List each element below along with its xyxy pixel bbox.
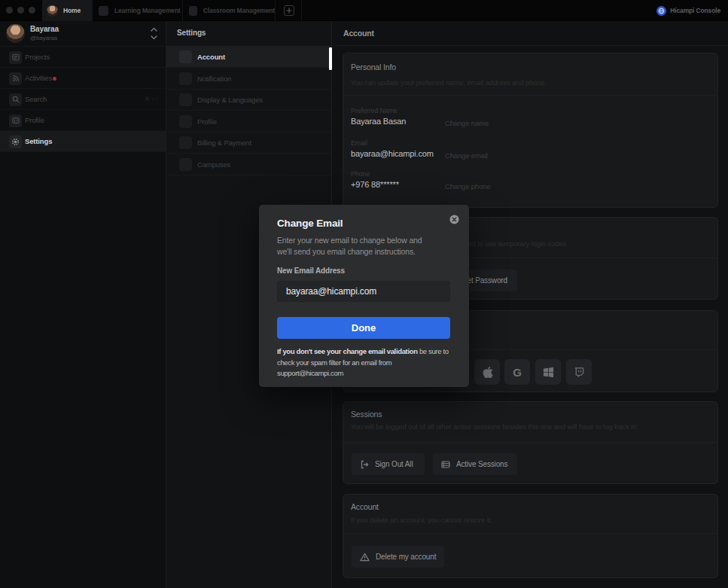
field-label: Preferred Name [351, 107, 398, 114]
sidebar-item-settings[interactable]: Settings [0, 131, 166, 152]
topbar: Home Learning Management Classroom Manag… [0, 0, 728, 21]
personal-info-card: Personal Info You can update your prefer… [343, 53, 718, 208]
settings-nav-label: Profile [197, 117, 217, 126]
settings-nav-label: Notification [197, 75, 231, 83]
sidebar-item-label: Search [25, 95, 47, 103]
settings-nav-title: Settings [177, 29, 206, 37]
settings-nav-profile[interactable]: Profile [166, 111, 331, 133]
divider [343, 95, 717, 96]
learning-management-icon [99, 6, 108, 16]
sidebar-item-label: Settings [25, 137, 52, 145]
apple-icon[interactable] [474, 359, 500, 385]
window-control-dot[interactable] [29, 7, 35, 14]
settings-nav-billing-payment[interactable]: Billing & Payment [166, 132, 331, 154]
activities-rss-icon [9, 72, 22, 85]
divider [343, 442, 717, 443]
user-handle: @bayaraa [30, 35, 57, 41]
app-window: Home Learning Management Classroom Manag… [0, 0, 728, 588]
settings-nav-notification[interactable]: Notification [166, 68, 331, 90]
sidebar-item-label: Activities [25, 74, 52, 82]
console-menu[interactable]: Hicampi Console [656, 0, 720, 21]
sidebar: Bayaraa @bayaraa Projects Activities Sea… [0, 21, 166, 588]
sessions-list-icon [441, 460, 450, 469]
settings-nav-label: Account [197, 53, 225, 61]
field-label: Phone [351, 170, 370, 178]
modal-note: If you don't see your change email valid… [277, 346, 459, 379]
modal-description: Enter your new email to change below and… [277, 235, 431, 257]
modal-title: Change Email [277, 218, 343, 229]
hicampi-logo-icon [656, 6, 666, 16]
divider [343, 533, 717, 534]
settings-nav-account[interactable]: Account [166, 46, 331, 68]
chevron-updown-icon[interactable] [150, 26, 158, 44]
done-button[interactable]: Done [277, 317, 450, 339]
profile-nav-icon [179, 115, 192, 128]
close-icon[interactable] [449, 214, 459, 224]
sidebar-item-search[interactable]: Search ⌘ + / [0, 89, 166, 110]
modal-note-bold: If you don't see your change email valid… [277, 347, 418, 355]
sidebar-item-label: Projects [25, 53, 50, 61]
tab-label: Classroom Management [203, 7, 275, 14]
tab-label: Learning Management [114, 7, 180, 14]
classroom-management-icon [189, 6, 197, 16]
twitch-icon[interactable] [566, 359, 592, 385]
notification-nav-icon [179, 72, 192, 85]
change-name-link[interactable]: Change name [445, 119, 489, 127]
email-value: bayaraa@hicampi.com [351, 149, 434, 158]
user-name: Bayaraa [30, 25, 59, 33]
tab-learning-management[interactable]: Learning Management [92, 0, 182, 21]
gear-icon [9, 136, 22, 148]
window-control-dot[interactable] [17, 7, 24, 14]
settings-nav-label: Billing & Payment [197, 139, 251, 147]
sidebar-item-label: Profile [25, 116, 44, 124]
plus-icon [286, 8, 292, 14]
tab-label: Home [63, 7, 81, 14]
sign-out-all-button[interactable]: Sign Out All [352, 453, 425, 475]
button-label: Active Sessions [456, 460, 507, 468]
settings-nav-label: Display & Languages [197, 96, 263, 104]
tab-separator [275, 0, 276, 21]
new-email-input[interactable] [277, 281, 450, 302]
sidebar-item-activities[interactable]: Activities [0, 68, 166, 89]
console-label: Hicampi Console [670, 7, 720, 14]
window-control-dot[interactable] [6, 7, 13, 14]
settings-nav-campuses[interactable]: Campuses [166, 154, 331, 175]
profile-card-icon [9, 114, 22, 127]
home-avatar-icon [47, 5, 58, 17]
change-email-link[interactable]: Change email [445, 151, 488, 160]
microsoft-icon[interactable] [535, 359, 561, 385]
delete-account-button[interactable]: Delete my account [352, 546, 444, 568]
button-label: Delete my account [376, 553, 436, 561]
page-title: Account [343, 29, 374, 38]
button-label: Sign Out All [375, 460, 413, 468]
card-title: Sessions [351, 410, 382, 419]
sidebar-item-projects[interactable]: Projects [0, 47, 166, 68]
tab-classroom-management[interactable]: Classroom Management [182, 0, 275, 21]
search-shortcut-hint: ⌘ + / [144, 96, 158, 102]
change-email-modal: Change Email Enter your new email to cha… [259, 205, 469, 387]
main-header: Account [332, 21, 728, 46]
active-sessions-button[interactable]: Active Sessions [433, 453, 517, 475]
sidebar-item-profile[interactable]: Profile [0, 110, 166, 131]
billing-nav-icon [179, 136, 192, 149]
projects-icon [9, 51, 22, 64]
user-menu[interactable]: Bayaraa @bayaraa [0, 21, 166, 47]
card-description: You will be logged out of all other acti… [351, 422, 638, 431]
field-label: Email [351, 139, 367, 147]
preferred-name-value: Bayaraa Basan [351, 117, 406, 126]
change-phone-link[interactable]: Change phone [445, 182, 491, 190]
new-email-label: New Email Address [277, 267, 345, 275]
settings-nav-display-languages[interactable]: Display & Languages [166, 89, 331, 111]
user-avatar [6, 24, 25, 43]
google-icon[interactable]: G [504, 359, 530, 385]
card-title: Personal Info [351, 62, 396, 72]
phone-value: +976 88****** [351, 180, 399, 189]
settings-nav-label: Campuses [197, 160, 230, 169]
tab-home[interactable]: Home [42, 0, 92, 21]
new-tab-button[interactable] [284, 5, 294, 16]
activities-alert-badge [53, 77, 56, 81]
display-languages-nav-icon [179, 93, 192, 106]
card-description: If you delete an account, you cannot res… [351, 516, 492, 524]
search-icon [9, 93, 22, 106]
card-description: You can update your preferred name, emai… [351, 78, 547, 87]
